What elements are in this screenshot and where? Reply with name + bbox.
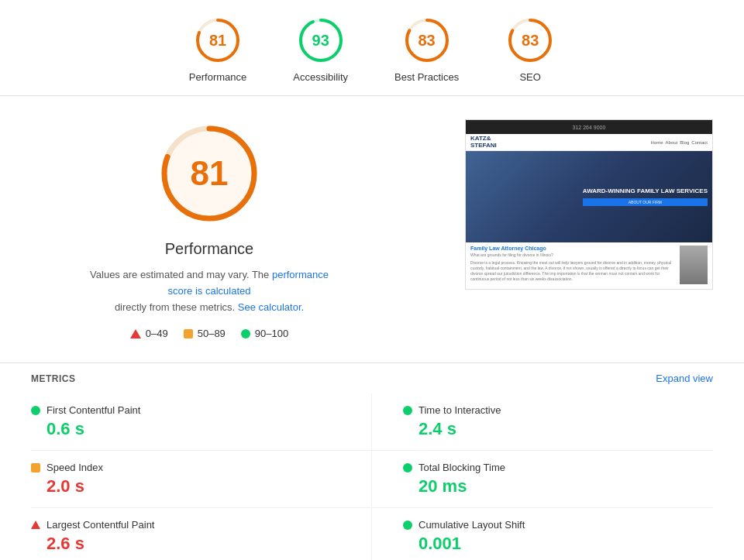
big-score-number: 81 xyxy=(191,154,229,193)
metrics-section: METRICS Expand view First Contentful Pai… xyxy=(0,362,744,560)
metric-fcp-header: First Contentful Paint xyxy=(31,404,340,416)
metric-lcp: Largest Contentful Paint 2.6 s xyxy=(31,508,372,560)
metric-tti: Time to Interactive 2.4 s xyxy=(372,393,713,451)
metric-fcp-value: 0.6 s xyxy=(31,419,340,439)
metric-fcp: First Contentful Paint 0.6 s xyxy=(31,393,372,451)
mock-topbar: 312 264 9000 xyxy=(466,120,712,134)
metric-tbt-indicator xyxy=(403,463,412,472)
red-triangle-icon xyxy=(130,329,141,338)
metric-cls: Cumulative Layout Shift 0.001 xyxy=(372,508,713,560)
legend-item-green: 90–100 xyxy=(241,328,288,339)
nav-link: Contact xyxy=(691,140,708,145)
score-label-seo: SEO xyxy=(519,71,540,83)
performance-description: Values are estimated and may vary. The p… xyxy=(78,267,341,315)
orange-square-icon xyxy=(184,329,193,338)
metric-tti-indicator xyxy=(403,406,412,415)
main-content: 81 Performance Values are estimated and … xyxy=(0,96,744,362)
metric-lcp-header: Largest Contentful Paint xyxy=(31,519,340,531)
performance-title: Performance xyxy=(165,240,254,258)
score-value-accessibility: 93 xyxy=(312,32,329,50)
score-value-best-practices: 83 xyxy=(418,32,435,50)
big-score-circle: 81 xyxy=(155,119,264,228)
mock-nav: KATZ& STEFANI Home About Blog Contact xyxy=(466,134,712,151)
metric-tti-value: 2.4 s xyxy=(403,419,713,439)
perf-link-2[interactable]: See calculator. xyxy=(238,301,304,313)
mock-hero: AWARD-WINNING FAMILY LAW SERVICES ABOUT … xyxy=(466,151,712,242)
metric-lcp-value: 2.6 s xyxy=(31,534,340,554)
score-circle-seo: 83 xyxy=(505,15,555,65)
score-item-performance[interactable]: 81 Performance xyxy=(189,15,246,83)
score-item-seo[interactable]: 83 SEO xyxy=(505,15,555,83)
score-bar: 81 Performance 93 Accessibility 83 Best … xyxy=(0,0,744,96)
metric-lcp-indicator xyxy=(31,520,40,529)
mock-logo: KATZ& STEFANI xyxy=(470,136,497,149)
metric-tti-name: Time to Interactive xyxy=(418,404,501,416)
score-circle-best-practices: 83 xyxy=(402,15,452,65)
score-circle-accessibility: 93 xyxy=(296,15,346,65)
mock-phone: 312 264 9000 xyxy=(573,125,606,130)
metrics-header: METRICS Expand view xyxy=(31,363,713,393)
metric-cls-name: Cumulative Layout Shift xyxy=(418,519,525,531)
metric-si-indicator xyxy=(31,463,40,472)
metric-si: Speed Index 2.0 s xyxy=(31,451,372,508)
legend-range-1: 0–49 xyxy=(146,328,168,339)
score-item-best-practices[interactable]: 83 Best Practices xyxy=(394,15,459,83)
mock-website: 312 264 9000 KATZ& STEFANI Home About Bl… xyxy=(466,120,712,289)
metric-cls-header: Cumulative Layout Shift xyxy=(403,519,713,531)
metric-si-value: 2.0 s xyxy=(31,476,340,496)
metric-cls-indicator xyxy=(403,520,412,530)
content-title: Family Law Attorney Chicago xyxy=(470,246,675,251)
metric-lcp-name: Largest Contentful Paint xyxy=(46,519,154,531)
legend-range-3: 90–100 xyxy=(255,328,288,339)
green-circle-icon xyxy=(241,329,250,338)
metric-fcp-indicator xyxy=(31,406,40,415)
metric-tbt: Total Blocking Time 20 ms xyxy=(372,451,713,508)
nav-link: Home xyxy=(651,140,663,145)
expand-view-button[interactable]: Expand view xyxy=(656,373,713,384)
score-label-best-practices: Best Practices xyxy=(394,71,459,83)
metric-tbt-value: 20 ms xyxy=(403,476,713,496)
metric-cls-value: 0.001 xyxy=(403,534,713,554)
metric-si-name: Speed Index xyxy=(46,462,103,473)
metric-tbt-name: Total Blocking Time xyxy=(418,462,505,473)
mock-content: Family Law Attorney Chicago What are gro… xyxy=(466,242,712,289)
legend: 0–49 50–89 90–100 xyxy=(130,328,288,339)
right-panel: 312 264 9000 KATZ& STEFANI Home About Bl… xyxy=(465,119,713,290)
nav-link: Blog xyxy=(680,140,689,145)
legend-range-2: 50–89 xyxy=(198,328,226,339)
legend-item-red: 0–49 xyxy=(130,328,168,339)
mock-nav-links: Home About Blog Contact xyxy=(651,140,708,145)
score-item-accessibility[interactable]: 93 Accessibility xyxy=(293,15,348,83)
metrics-title: METRICS xyxy=(31,373,76,384)
left-panel: 81 Performance Values are estimated and … xyxy=(31,119,388,339)
score-value-performance: 81 xyxy=(209,32,226,50)
score-label-accessibility: Accessibility xyxy=(293,71,348,83)
score-circle-performance: 81 xyxy=(193,15,243,65)
content-body-2: Divorce is a legal process. Knowing the … xyxy=(470,260,675,282)
metrics-grid: First Contentful Paint 0.6 s Time to Int… xyxy=(31,393,713,560)
hero-text: AWARD-WINNING FAMILY LAW SERVICES xyxy=(583,187,708,195)
site-screenshot: 312 264 9000 KATZ& STEFANI Home About Bl… xyxy=(465,119,713,290)
metric-tti-header: Time to Interactive xyxy=(403,404,713,416)
perf-desc-1: Values are estimated and may vary. The xyxy=(90,269,269,280)
legend-item-orange: 50–89 xyxy=(184,328,226,339)
metric-fcp-name: First Contentful Paint xyxy=(46,404,140,416)
score-value-seo: 83 xyxy=(522,32,539,50)
hero-button: ABOUT OUR FIRM xyxy=(583,198,708,206)
nav-link: About xyxy=(666,140,678,145)
metric-si-header: Speed Index xyxy=(31,462,340,473)
metric-tbt-header: Total Blocking Time xyxy=(403,462,713,473)
content-body: What are grounds for filing for divorce … xyxy=(470,253,675,258)
mock-content-text: Family Law Attorney Chicago What are gro… xyxy=(470,246,675,286)
content-image xyxy=(680,246,708,284)
perf-desc-2: directly from these metrics. xyxy=(115,301,235,313)
score-label-performance: Performance xyxy=(189,71,246,83)
